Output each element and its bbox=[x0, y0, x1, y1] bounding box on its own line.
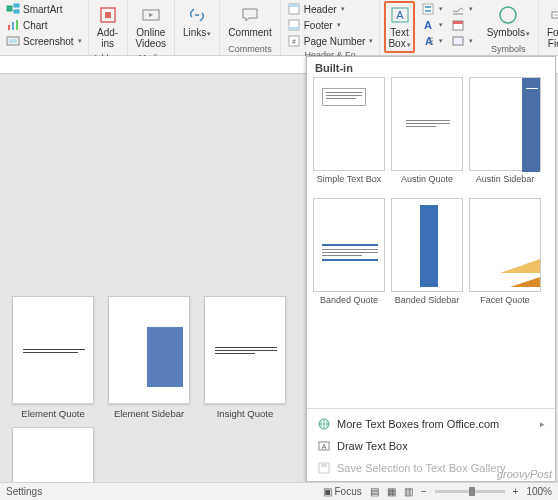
quickparts-icon bbox=[421, 2, 435, 16]
svg-rect-5 bbox=[16, 20, 18, 30]
dropdown-section-header: Built-in bbox=[307, 57, 555, 77]
ribbon-group-addins: Add- ins Add-ins bbox=[89, 0, 128, 55]
thumb-caption: Facet Quote bbox=[480, 295, 530, 315]
gallery-item[interactable]: Insight Sidebar bbox=[12, 427, 94, 482]
thumb-caption: Austin Quote bbox=[401, 174, 453, 194]
chevron-right-icon: ▸ bbox=[540, 419, 545, 429]
ribbon-group-headerfooter: Header▾ Footer▾ # Page Number▾ Header & … bbox=[281, 0, 381, 55]
online-videos-button[interactable]: Online Videos bbox=[132, 1, 170, 52]
chart-label: Chart bbox=[23, 20, 47, 31]
sigline-button[interactable]: ▾ bbox=[449, 1, 475, 17]
watermark: groovyPost bbox=[497, 468, 552, 480]
ribbon-group-form: Form Field bbox=[539, 0, 558, 55]
dropdown-gallery-item[interactable]: Banded Sidebar bbox=[391, 198, 463, 315]
svg-text:A: A bbox=[396, 9, 404, 21]
formfield-label: Form Field bbox=[547, 27, 558, 49]
smartart-button[interactable]: SmartArt bbox=[4, 1, 84, 17]
dropdown-scroll[interactable]: Simple Text Box Austin Quote Austin Side… bbox=[307, 77, 555, 406]
view-web-layout[interactable]: ▥ bbox=[404, 486, 413, 497]
links-button[interactable]: Links▾ bbox=[179, 1, 215, 42]
dropdown-gallery-item[interactable]: Austin Sidebar bbox=[469, 77, 541, 194]
gallery-item[interactable]: Insight Quote bbox=[204, 296, 286, 419]
dropcap-button[interactable]: A▾ bbox=[419, 33, 445, 49]
videos-label: Online Videos bbox=[136, 27, 166, 49]
wordart-button[interactable]: A▾ bbox=[419, 17, 445, 33]
draw-textbox-item[interactable]: A Draw Text Box bbox=[307, 435, 555, 457]
thumb-caption: Banded Sidebar bbox=[395, 295, 460, 315]
ribbon-group-text: A Text Box▾ ▾ A▾ A▾ ▾ ▾ bbox=[380, 0, 478, 55]
svg-rect-2 bbox=[14, 10, 19, 13]
footer-icon bbox=[287, 18, 301, 32]
dropdown-gallery-item[interactable]: Simple Text Box bbox=[313, 77, 385, 194]
quickparts-button[interactable]: ▾ bbox=[419, 1, 445, 17]
pagenumber-label: Page Number bbox=[304, 36, 366, 47]
symbols-button[interactable]: Symbols▾ bbox=[483, 1, 534, 42]
svg-rect-21 bbox=[425, 6, 431, 8]
gallery-item[interactable]: Element Quote bbox=[12, 296, 94, 419]
svg-rect-31 bbox=[453, 37, 463, 45]
comment-button[interactable]: Comment bbox=[224, 1, 275, 41]
ribbon-group-symbols: Symbols▾ Symbols bbox=[479, 0, 539, 55]
formfield-button[interactable]: Form Field bbox=[543, 1, 558, 52]
header-button[interactable]: Header▾ bbox=[285, 1, 376, 17]
signature-icon bbox=[451, 2, 465, 16]
textbox-label: Text Box▾ bbox=[388, 27, 410, 50]
chart-button[interactable]: Chart bbox=[4, 17, 84, 33]
ribbon-group-illustrations: SmartArt Chart Screenshot▾ bbox=[0, 0, 89, 55]
object-icon bbox=[451, 34, 465, 48]
svg-rect-9 bbox=[105, 12, 111, 18]
save-icon bbox=[317, 461, 331, 475]
textbox-gallery-left: Element Quote Element Sidebar Insight Qu… bbox=[12, 296, 307, 482]
ribbon-group-media: Online Videos Media bbox=[128, 0, 175, 55]
zoom-slider[interactable] bbox=[435, 490, 505, 493]
more-textboxes-item[interactable]: More Text Boxes from Office.com ▸ bbox=[307, 413, 555, 435]
dropdown-gallery-item[interactable]: Austin Quote bbox=[391, 77, 463, 194]
zoom-out-button[interactable]: − bbox=[421, 486, 427, 497]
svg-rect-7 bbox=[9, 39, 17, 43]
svg-rect-0 bbox=[7, 6, 12, 11]
svg-rect-22 bbox=[425, 10, 431, 12]
dropdown-gallery-item[interactable]: Facet Quote bbox=[469, 198, 541, 315]
dropdown-gallery-item[interactable]: Banded Quote bbox=[313, 198, 385, 315]
dropcap-icon: A bbox=[421, 34, 435, 48]
gallery-caption: Element Quote bbox=[21, 408, 84, 419]
group-label-symbols: Symbols bbox=[491, 43, 526, 55]
ribbon-group-links: Links▾ bbox=[175, 0, 220, 55]
settings-button[interactable]: Settings bbox=[6, 486, 42, 497]
addins-icon bbox=[97, 4, 119, 26]
ribbon-group-comments: Comment Comments bbox=[220, 0, 280, 55]
menu-label: More Text Boxes from Office.com bbox=[337, 418, 499, 430]
svg-rect-39 bbox=[321, 463, 327, 467]
view-print-layout[interactable]: ▤ bbox=[370, 486, 379, 497]
svg-rect-13 bbox=[289, 4, 299, 7]
group-label-comments: Comments bbox=[228, 43, 272, 55]
textbox-dropdown: Built-in Simple Text Box Austin Quote Au… bbox=[306, 56, 556, 482]
chevron-down-icon: ▾ bbox=[78, 37, 82, 45]
textbox-button[interactable]: A Text Box▾ bbox=[384, 1, 414, 53]
svg-rect-15 bbox=[289, 27, 299, 30]
screenshot-button[interactable]: Screenshot▾ bbox=[4, 33, 84, 49]
gallery-item[interactable]: Element Sidebar bbox=[108, 296, 190, 419]
view-read-mode[interactable]: ▦ bbox=[387, 486, 396, 497]
addins-button[interactable]: Add- ins bbox=[93, 1, 123, 52]
datetime-button[interactable] bbox=[449, 17, 475, 33]
zoom-level[interactable]: 100% bbox=[526, 486, 552, 497]
pagenumber-button[interactable]: # Page Number▾ bbox=[285, 33, 376, 49]
gallery-caption: Element Sidebar bbox=[114, 408, 184, 419]
zoom-in-button[interactable]: + bbox=[513, 486, 519, 497]
footer-button[interactable]: Footer▾ bbox=[285, 17, 376, 33]
smartart-icon bbox=[6, 2, 20, 16]
svg-marker-11 bbox=[149, 13, 153, 17]
footer-label: Footer bbox=[304, 20, 333, 31]
object-button[interactable]: ▾ bbox=[449, 33, 475, 49]
focus-button[interactable]: ▣ Focus bbox=[323, 486, 362, 497]
gallery-caption: Insight Quote bbox=[217, 408, 274, 419]
addins-label: Add- ins bbox=[97, 27, 118, 49]
menu-label: Save Selection to Text Box Gallery bbox=[337, 462, 506, 474]
screenshot-label: Screenshot bbox=[23, 36, 74, 47]
thumb-caption: Simple Text Box bbox=[317, 174, 381, 194]
svg-rect-20 bbox=[423, 4, 433, 14]
link-icon bbox=[186, 4, 208, 26]
comment-icon bbox=[239, 4, 261, 26]
svg-rect-3 bbox=[8, 25, 10, 30]
